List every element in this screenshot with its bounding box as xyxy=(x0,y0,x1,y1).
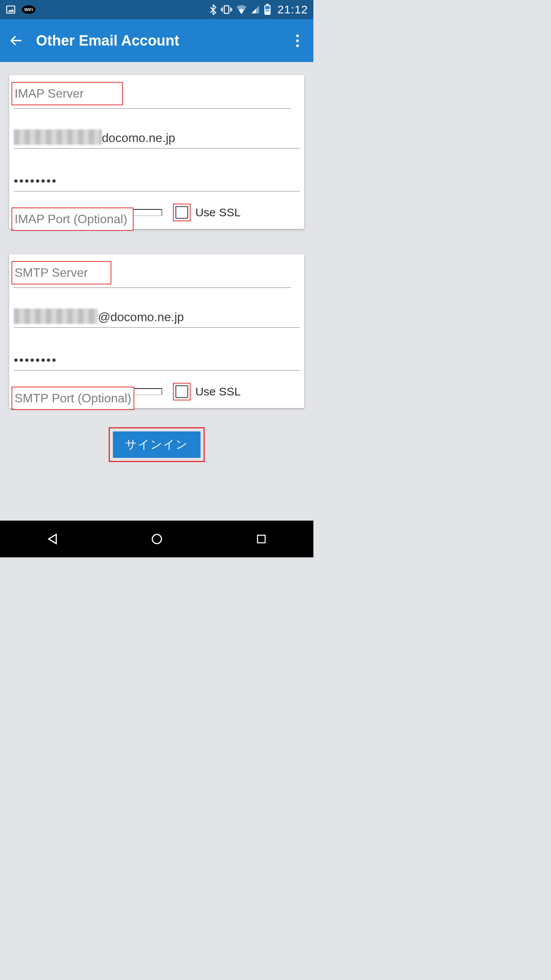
smtp-card: SMTP Server SMTP Port (Optional) Use SSL xyxy=(9,254,304,408)
signin-button[interactable]: サインイン xyxy=(113,431,201,458)
svg-marker-16 xyxy=(49,534,56,544)
imap-ssl-label: Use SSL xyxy=(195,206,240,219)
overflow-menu-button[interactable] xyxy=(288,31,306,50)
svg-text:66: 66 xyxy=(266,9,269,13)
imap-ssl-toggle[interactable]: Use SSL xyxy=(173,204,240,221)
svg-rect-4 xyxy=(224,6,229,13)
status-clock: 21:12 xyxy=(277,3,308,16)
svg-rect-18 xyxy=(258,535,265,543)
imap-password-input[interactable] xyxy=(14,170,300,191)
app-bar: Other Email Account xyxy=(0,19,313,62)
page-title: Other Email Account xyxy=(36,33,288,49)
smtp-password-input[interactable] xyxy=(14,349,300,371)
svg-text:WiFi: WiFi xyxy=(24,7,33,12)
status-bar: WiFi 66 21:12 xyxy=(0,0,313,19)
cell-signal-icon xyxy=(251,5,260,14)
more-vert-icon xyxy=(296,34,299,47)
smtp-server-input[interactable] xyxy=(14,266,291,288)
imap-card: IMAP Server IMAP Port (Optional) Use SSL xyxy=(9,75,304,229)
redacted-block xyxy=(14,129,102,145)
svg-marker-1 xyxy=(8,9,14,12)
nav-back-button[interactable] xyxy=(37,528,68,550)
system-nav-bar xyxy=(0,521,313,557)
imap-server-input[interactable] xyxy=(14,87,291,109)
battery-icon: 66 xyxy=(264,4,271,15)
smtp-ssl-toggle[interactable]: Use SSL xyxy=(173,383,240,400)
svg-marker-10 xyxy=(251,9,256,13)
checkbox-icon xyxy=(175,385,188,398)
checkbox-icon xyxy=(175,206,188,219)
back-button[interactable] xyxy=(7,31,25,50)
smtp-port-input[interactable] xyxy=(14,388,162,395)
bluetooth-icon xyxy=(209,4,217,15)
redacted-block xyxy=(14,309,98,324)
svg-rect-0 xyxy=(7,6,15,13)
svg-rect-12 xyxy=(266,4,269,5)
smtp-ssl-label: Use SSL xyxy=(195,385,240,398)
nav-recent-button[interactable] xyxy=(246,528,277,550)
nav-home-button[interactable] xyxy=(142,528,172,550)
wifi-badge-icon: WiFi xyxy=(21,5,36,14)
imap-port-input[interactable] xyxy=(14,209,162,216)
picture-icon xyxy=(5,4,16,15)
wifi-icon xyxy=(236,5,247,14)
vibrate-icon xyxy=(221,5,232,15)
svg-point-17 xyxy=(152,534,161,544)
